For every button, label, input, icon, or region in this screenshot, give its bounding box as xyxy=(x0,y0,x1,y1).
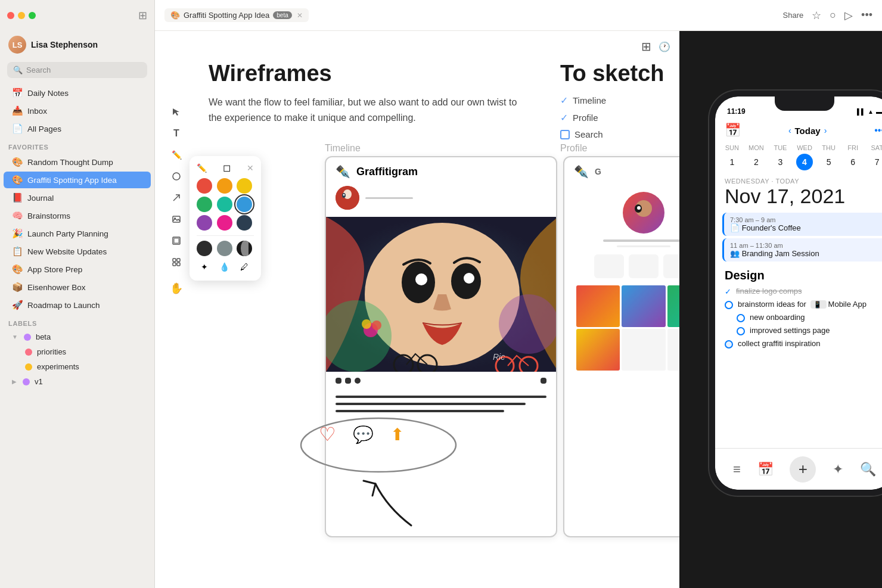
calendar-icon[interactable]: 📅 xyxy=(725,123,741,138)
search-bar[interactable]: 🔍 Search xyxy=(7,62,147,78)
date-header: WEDNESDAY · TODAY Nov 17, 2021 xyxy=(715,172,882,210)
sidebar-item-roadmap[interactable]: 🚀 Roadmap to Launch xyxy=(4,297,151,313)
reaction-overlay: ♡ 💬 ⬆ xyxy=(295,412,462,480)
sketch-items: ✓ Timeline ✓ Profile Search xyxy=(560,95,664,139)
pencil-tool[interactable]: ✏️ xyxy=(167,145,186,164)
chevron-right-icon: ▶ xyxy=(12,378,17,385)
star-icon[interactable]: ☆ xyxy=(812,9,821,22)
label-beta[interactable]: ▼ beta xyxy=(4,330,151,344)
activity-icon[interactable]: ✦ xyxy=(833,462,843,477)
arrow-tool[interactable] xyxy=(167,188,186,207)
heart-icon: ♡ xyxy=(319,423,336,446)
search-label: Search xyxy=(26,66,51,74)
date-4-today[interactable]: 4 xyxy=(796,154,813,170)
chevron-down-icon: ▼ xyxy=(12,334,18,340)
date-1[interactable]: 1 xyxy=(723,154,740,170)
search-bottom-icon[interactable]: 🔍 xyxy=(860,462,876,477)
drawing-toolbar: T ✏️ ✋ xyxy=(167,102,186,298)
next-arrow-icon[interactable]: › xyxy=(824,126,827,135)
color-swatch-orange[interactable] xyxy=(217,178,232,194)
label-v1[interactable]: ▶ v1 xyxy=(4,375,151,388)
eraser-icon[interactable]: ◻ xyxy=(223,162,231,173)
empty-check-search xyxy=(560,130,570,139)
design-section-title: Design xyxy=(715,264,882,285)
sidebar-item-all-pages[interactable]: 📄 All Pages xyxy=(4,120,151,137)
label-dot-beta xyxy=(24,334,31,341)
color-swatch-purple[interactable] xyxy=(197,215,212,231)
user-post-row xyxy=(326,186,556,217)
close-button[interactable] xyxy=(7,12,14,19)
svg-rect-9 xyxy=(177,263,180,266)
stroke-leaf[interactable]: 🖊 xyxy=(237,259,252,275)
frame-tool[interactable] xyxy=(167,231,186,250)
minimize-button[interactable] xyxy=(18,12,25,19)
label-text-experiments: experiments xyxy=(37,362,79,371)
eisenhower-icon: 📦 xyxy=(12,282,23,293)
play-icon[interactable]: ▷ xyxy=(844,9,853,22)
weekday-row: SUN MON TUE WED THU FRI SAT xyxy=(715,143,882,153)
sidebar-item-brainstorms[interactable]: 🧠 Brainstorms xyxy=(4,207,151,224)
sidebar-item-app-store[interactable]: 🎨 App Store Prep xyxy=(4,261,151,278)
sidebar-item-new-website[interactable]: 📋 New Website Updates xyxy=(4,243,151,260)
calendar-bottom-icon[interactable]: 📅 xyxy=(757,462,774,477)
date-2[interactable]: 2 xyxy=(748,154,765,170)
color-swatch-red[interactable] xyxy=(197,178,212,194)
stroke-black[interactable] xyxy=(197,241,212,256)
stroke-swatches: ✦ 💧 🖊 xyxy=(197,241,254,275)
task-2: brainstorm ideas for 📱 Mobile App xyxy=(715,298,882,311)
event-title-2: 👥 Branding Jam Session xyxy=(730,249,881,258)
check-icon-timeline: ✓ xyxy=(560,95,568,106)
color-swatch-green[interactable] xyxy=(197,197,212,212)
user-row: LS Lisa Stephenson xyxy=(0,31,154,58)
stroke-drop[interactable]: 💧 xyxy=(217,259,232,275)
people-icon: 👥 xyxy=(730,249,742,258)
stroke-dark[interactable] xyxy=(237,241,252,256)
sidebar-item-journal[interactable]: 📕 Journal xyxy=(4,189,151,206)
comment-icon[interactable]: ○ xyxy=(830,9,836,21)
circle-tool[interactable] xyxy=(167,167,186,186)
close-icon[interactable]: ✕ xyxy=(247,163,254,173)
label-experiments[interactable]: experiments xyxy=(4,360,151,374)
sidebar-item-eisenhower[interactable]: 📦 Eisenhower Box xyxy=(4,279,151,295)
add-button[interactable]: + xyxy=(790,456,816,483)
share-button[interactable]: Share xyxy=(783,11,804,20)
select-tool[interactable] xyxy=(167,102,186,122)
website-icon: 📋 xyxy=(12,246,23,257)
sidebar-item-label: Inbox xyxy=(27,107,47,116)
date-6[interactable]: 6 xyxy=(844,154,861,170)
current-tab[interactable]: 🎨 Graffiti Spotting App Idea beta ✕ xyxy=(164,8,309,22)
sidebar-item-graffiti-app[interactable]: 🎨 Graffiti Spotting App Idea xyxy=(4,172,151,188)
iphone-screen: 11:19 ▌▌ ▲ ▬ 📅 ‹ Today › xyxy=(715,97,882,490)
clock-icon[interactable]: 🕐 xyxy=(659,41,670,52)
pen-icon[interactable]: ✏️ xyxy=(197,163,207,173)
tab-close-button[interactable]: ✕ xyxy=(297,11,303,20)
sidebar-item-launch-party[interactable]: 🎉 Launch Party Planning xyxy=(4,225,151,242)
menu-icon[interactable]: ≡ xyxy=(733,462,741,477)
date-3[interactable]: 3 xyxy=(772,154,788,170)
frame-align-icon[interactable]: ⊞ xyxy=(641,39,651,54)
date-5[interactable]: 5 xyxy=(821,154,837,170)
sidebar-item-daily-notes[interactable]: 📅 Daily Notes xyxy=(4,85,151,101)
prev-arrow-icon[interactable]: ‹ xyxy=(788,126,791,135)
color-swatch-yellow[interactable] xyxy=(237,178,252,194)
maximize-button[interactable] xyxy=(29,12,36,19)
component-tool[interactable] xyxy=(167,253,186,272)
sidebar-item-inbox[interactable]: 📥 Inbox xyxy=(4,102,151,119)
date-7[interactable]: 7 xyxy=(869,154,882,170)
text-tool[interactable]: T xyxy=(167,124,186,143)
stroke-gray[interactable] xyxy=(217,241,232,256)
bottom-bar: ≡ 📅 + ✦ 🔍 xyxy=(715,448,882,490)
stroke-star[interactable]: ✦ xyxy=(197,259,212,275)
more-icon[interactable]: ••• xyxy=(861,9,872,21)
color-swatch-dark[interactable] xyxy=(237,215,252,231)
sidebar-item-random-thought[interactable]: 🎨 Random Thought Dump xyxy=(4,154,151,170)
color-swatch-teal[interactable] xyxy=(217,197,232,212)
color-swatch-pink[interactable] xyxy=(217,215,232,231)
sidebar-toggle[interactable]: ⊞ xyxy=(138,9,147,22)
more-cal-icon[interactable]: ••• xyxy=(874,125,882,136)
color-swatch-blue[interactable] xyxy=(237,197,252,212)
hand-tool[interactable]: ✋ xyxy=(167,279,186,298)
wireframes-section: Wireframes We want the flow to feel fami… xyxy=(209,61,530,125)
image-tool[interactable] xyxy=(167,210,186,229)
label-priorities[interactable]: priorities xyxy=(4,345,151,359)
